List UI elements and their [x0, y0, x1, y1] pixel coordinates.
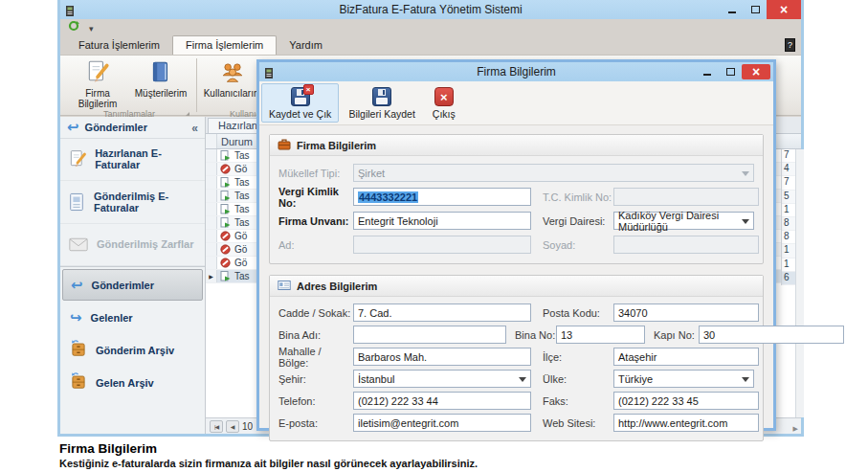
sidebar-item-gonderilmis-efaturalar[interactable]: Gönderilmiş E-Faturalar — [60, 181, 205, 223]
sidebar-nav-gonderimler[interactable]: Gönderimler — [62, 269, 203, 301]
field-label: Cadde / Sokak: — [278, 307, 353, 319]
sidebar: Gönderimler Hazırlanan E-Faturalar Gönde… — [60, 117, 206, 434]
dialog-maximize-icon[interactable] — [719, 62, 742, 81]
sidebar-nav-gelenler[interactable]: Gelenler — [62, 302, 203, 333]
tab-fatura-islemlerim[interactable]: Fatura İşlemlerim — [66, 36, 172, 55]
ulke-select[interactable]: Türkiye — [613, 370, 754, 388]
field-label: Posta Kodu: — [531, 307, 613, 319]
ad-field[interactable] — [353, 236, 531, 254]
dialog-titlebar[interactable]: Firma Bilgilerim — [259, 62, 773, 81]
bina-adi-field[interactable] — [353, 326, 506, 344]
page-pencil-icon — [68, 149, 87, 169]
help-icon[interactable] — [785, 38, 795, 52]
vergi-kimlik-no-field[interactable]: 4443332221 — [353, 188, 531, 206]
save-icon — [372, 87, 391, 106]
page-pencil-icon — [85, 59, 110, 88]
telefon-field[interactable] — [353, 392, 531, 410]
status-blocked-icon — [219, 164, 232, 174]
kullanicilarim-button[interactable]: Kullanıcılarım — [203, 57, 262, 109]
tab-firma-islemlerim[interactable]: Firma İşlemlerim — [172, 35, 277, 55]
field-label: Ülke: — [531, 373, 613, 385]
screenshot-stage: BizFatura E-Fatura Yönetim Sistemi Fatur… — [0, 0, 868, 472]
group-header: Firma Bilgilerim — [270, 135, 763, 156]
close-icon[interactable] — [767, 0, 801, 19]
group-launcher-icon[interactable] — [186, 112, 189, 116]
firma-unvani-field[interactable] — [353, 212, 531, 230]
cadde-sokak-field[interactable] — [353, 303, 531, 322]
sidebar-header[interactable]: Gönderimler — [60, 117, 205, 139]
eposta-field[interactable] — [353, 414, 531, 432]
field-label: Şehir: — [278, 373, 353, 385]
posta-kodu-field[interactable] — [613, 303, 759, 322]
pager-first-icon[interactable] — [210, 420, 223, 433]
envelope-icon — [68, 237, 89, 252]
field-label: Mahalle / Bölge: — [278, 346, 353, 369]
main-window-title: BizFatura E-Fatura Yönetim Sistemi — [60, 3, 801, 16]
status-taslak-icon — [219, 271, 232, 281]
cikis-button[interactable]: Çıkış — [425, 83, 463, 123]
sidebar-nav-gelen-arsiv[interactable]: Gelen Arşiv — [62, 367, 203, 398]
dialog-close-icon[interactable] — [742, 64, 770, 79]
arrow-back-icon — [67, 119, 79, 136]
pager-prev-icon[interactable] — [226, 420, 239, 433]
field-label: Bina Adı: — [278, 329, 353, 341]
dialog-firma-bilgilerim: Firma Bilgilerim Kaydet ve Çık Bilgileri… — [256, 59, 776, 431]
app-icon — [65, 4, 76, 16]
field-label: Firma Unvanı: — [278, 215, 353, 227]
briefcase-icon — [278, 137, 291, 154]
status-blocked-icon — [219, 244, 232, 255]
grid-right-column-sliver: 7 4 7 5 1 8 8 1 1 6 — [781, 149, 795, 285]
field-label: Mükellef Tipi: — [278, 168, 353, 179]
chevron-down-icon — [519, 377, 526, 382]
sidebar-nav: Gönderimler Gelenler Gönderim Arşiv — [60, 266, 205, 434]
vertical-scrollbar[interactable] — [795, 149, 804, 417]
ilce-field[interactable] — [613, 348, 759, 366]
sidebar-nav-gonderim-arsiv[interactable]: Gönderim Arşiv — [62, 334, 203, 366]
field-label: E-posta: — [278, 417, 353, 429]
column-header-durum[interactable]: Durum — [217, 136, 253, 147]
hscroll-right-icon[interactable] — [793, 417, 798, 435]
arrow-forward-icon — [70, 309, 82, 326]
kaydet-ve-cik-button[interactable]: Kaydet ve Çık — [261, 83, 339, 123]
collapse-icon[interactable] — [191, 119, 198, 136]
mahalle-bolge-field[interactable] — [353, 348, 531, 366]
field-label: T.C. Kimlik No: — [531, 191, 613, 203]
main-titlebar[interactable]: BizFatura E-Fatura Yönetim Sistemi — [60, 0, 801, 19]
musterilerim-button[interactable]: Müşterilerim — [131, 57, 190, 109]
chevron-down-icon — [742, 171, 749, 176]
tc-kimlik-no-field[interactable] — [613, 188, 759, 206]
tab-yardim[interactable]: Yardım — [277, 36, 335, 55]
maximize-icon[interactable] — [744, 0, 767, 19]
field-label: Vergi Dairesi: — [531, 215, 613, 227]
group-adres-bilgilerim: Adres Bilgilerim Cadde / Sokak: Posta Ko… — [269, 275, 764, 441]
status-taslak-icon — [219, 150, 232, 161]
status-taslak-icon — [219, 217, 232, 228]
chevron-down-icon — [742, 219, 749, 224]
dialog-minimize-icon[interactable] — [696, 62, 719, 81]
status-blocked-icon — [219, 231, 232, 241]
users-icon — [220, 59, 245, 88]
save-exit-icon — [291, 87, 310, 106]
soyad-field[interactable] — [613, 236, 759, 254]
sidebar-item-hazirlanan-efaturalar[interactable]: Hazırlanan E-Faturalar — [60, 139, 205, 181]
vergi-dairesi-select[interactable]: Kadıköy Vergi Dairesi Müdürlüğü — [613, 212, 754, 230]
minimize-icon[interactable] — [721, 0, 744, 19]
sehir-select[interactable]: İstanbul — [353, 370, 531, 388]
web-sitesi-field[interactable] — [613, 414, 759, 432]
refresh-icon[interactable] — [68, 18, 79, 35]
qat-customize-icon[interactable] — [89, 18, 94, 35]
bilgileri-kaydet-button[interactable]: Bilgileri Kaydet — [341, 83, 422, 123]
group-firma-bilgilerim: Firma Bilgilerim Mükellef Tipi: Şirket V… — [269, 134, 764, 264]
mukellef-tipi-select[interactable]: Şirket — [353, 164, 754, 182]
status-taslak-icon — [219, 177, 232, 188]
firma-bilgilerim-button[interactable]: Firma Bilgilerim — [68, 57, 127, 109]
field-label: Soyad: — [531, 239, 613, 251]
kapi-no-field[interactable] — [699, 326, 844, 344]
ribbon-tabstrip: Fatura İşlemlerim Firma İşlemlerim Yardı… — [60, 34, 801, 55]
sidebar-item-gonderilmis-zarflar[interactable]: Gönderilmiş Zarflar — [60, 224, 205, 266]
archive-icon — [70, 339, 87, 361]
status-taslak-icon — [219, 191, 232, 201]
bina-no-field[interactable] — [556, 326, 645, 344]
ribbon-group-tanimlamalar: Firma Bilgilerim Müşterilerim Tanımlamal… — [64, 56, 194, 115]
faks-field[interactable] — [613, 392, 759, 410]
